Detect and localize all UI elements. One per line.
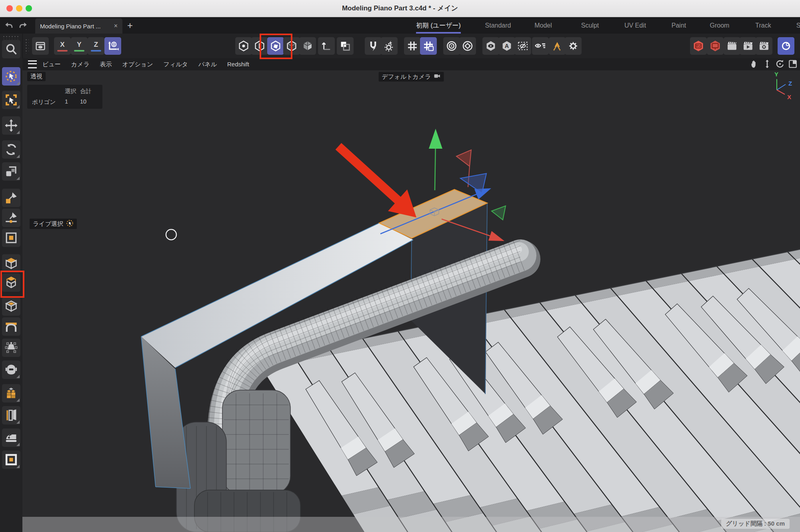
camera-label-text: デフォルトカメラ <box>382 73 431 81</box>
viewport-menu-item-2[interactable]: 表示 <box>100 61 112 68</box>
line-cut-tool-button[interactable] <box>2 209 20 227</box>
viewport-menu-item-1[interactable]: カメラ <box>71 61 90 68</box>
hidden-objects-button[interactable] <box>514 37 531 55</box>
grid-spacing-label: グリッド間隔 : 50 cm <box>721 519 790 529</box>
bridge-tool-button[interactable] <box>2 317 20 336</box>
viewport-rotate-view-button[interactable] <box>775 59 785 70</box>
points-mode-button[interactable] <box>235 37 252 55</box>
solo-a-icon: A <box>501 40 513 52</box>
lock-x-color-bar <box>57 50 68 52</box>
document-tab[interactable]: Modeling Piano Part ... × <box>35 18 122 34</box>
viewport-menu-item-4[interactable]: フィルタ <box>164 61 188 68</box>
rotate-tool-button[interactable] <box>2 140 20 159</box>
viewport-menu-item-3[interactable]: オプション <box>122 61 153 68</box>
dolly-icon <box>762 59 772 69</box>
camera-label[interactable]: デフォルトカメラ <box>379 72 444 82</box>
render-settings-button[interactable] <box>756 37 772 55</box>
layout-tab-paint[interactable]: Paint <box>672 17 686 34</box>
viewport-layout-window-button[interactable] <box>788 59 798 70</box>
svg-text:RV: RV <box>696 44 701 48</box>
layout-tab-s[interactable]: S <box>796 17 800 34</box>
viewport-dolly-button[interactable] <box>762 59 772 70</box>
redo-button[interactable] <box>17 20 29 32</box>
viewport-menu-item-0[interactable]: ビュー <box>42 61 61 68</box>
toolbar-grip[interactable] <box>25 38 29 54</box>
subdivide-icon <box>4 387 18 400</box>
iron-tool-button[interactable] <box>2 428 20 447</box>
lock-y-button[interactable]: Y <box>71 37 88 55</box>
viewport-menu-item-5[interactable]: パネル <box>198 61 217 68</box>
content-browser-button[interactable] <box>32 37 49 55</box>
workplane-button[interactable] <box>337 37 354 55</box>
rectangle-selection-tool-button[interactable] <box>2 91 20 109</box>
layout-tab--[interactable]: 初期 (ユーザー) <box>416 17 461 34</box>
document-tab-bar: Modeling Piano Part ... × + 初期 (ユーザー)Sta… <box>0 17 800 34</box>
viewport-menu-redshift[interactable]: Redshift <box>227 61 249 68</box>
bevel-tool-button[interactable] <box>2 254 20 273</box>
search-tool-button[interactable] <box>2 40 20 58</box>
subdivide-tool-button[interactable] <box>2 384 20 402</box>
lock-z-button[interactable]: Z <box>88 37 104 55</box>
team-render-button[interactable] <box>778 37 794 55</box>
filter-eye-button[interactable] <box>532 37 549 55</box>
soft-selection-tool-button[interactable] <box>2 339 20 357</box>
sidebar-grip[interactable] <box>2 35 20 39</box>
polygon-pen-tool-button[interactable] <box>2 189 20 207</box>
solo-eye-button[interactable] <box>482 37 499 55</box>
render-region-button[interactable] <box>707 37 724 55</box>
world-coordinates-button[interactable] <box>104 37 121 55</box>
object-mode-button[interactable] <box>299 37 316 55</box>
render-view-button[interactable]: RV <box>690 37 707 55</box>
layout-tab-groom[interactable]: Groom <box>710 17 730 34</box>
live-selection-tool-button[interactable] <box>2 67 20 86</box>
axis-label-y: Y <box>774 71 778 78</box>
snap-settings-button[interactable] <box>381 37 398 55</box>
window-title: Modeling Piano Part 3.c4d * - メイン <box>0 0 800 17</box>
scene-3d[interactable]: YZX <box>22 70 800 532</box>
edit-render-settings-button[interactable] <box>724 37 740 55</box>
layout-tab-track[interactable]: Track <box>755 17 771 34</box>
extrude-inner-tool-button[interactable] <box>2 297 20 316</box>
undo-icon <box>4 21 14 30</box>
layout-tab-standard[interactable]: Standard <box>485 17 511 34</box>
layout-tab-model[interactable]: Model <box>534 17 552 34</box>
view-projection-label[interactable]: 透視 <box>27 72 46 81</box>
grid-button[interactable] <box>404 37 421 55</box>
undo-button[interactable] <box>3 20 15 32</box>
solo-a-button[interactable]: A <box>498 37 515 55</box>
close-polygon-hole-tool-button[interactable] <box>2 450 20 469</box>
symmetry-tool-button[interactable] <box>2 406 20 424</box>
redo-icon <box>18 21 28 30</box>
layout-tab-sculpt[interactable]: Sculpt <box>581 17 599 34</box>
axis-label-x: X <box>787 94 791 100</box>
new-tab-button[interactable]: + <box>127 19 133 32</box>
move-tool-button[interactable] <box>2 116 20 135</box>
reset-psr-icon <box>551 40 563 52</box>
annotation-box-extrude-tool <box>0 271 24 298</box>
reset-psr-button[interactable] <box>549 37 566 55</box>
scale-tool-button[interactable] <box>2 162 20 181</box>
quantize-button[interactable] <box>420 37 437 55</box>
target-icon <box>446 40 458 52</box>
projection-button[interactable] <box>459 37 476 55</box>
close-tab-icon[interactable]: × <box>114 22 118 30</box>
snap-button[interactable] <box>365 37 382 55</box>
lock-x-label: X <box>60 40 64 49</box>
render-queue-button[interactable] <box>740 37 756 55</box>
weld-tool-button[interactable] <box>2 361 20 379</box>
viewport-canvas[interactable]: YZX 透視 デフォルトカメラ 選択 合計 ポリゴン 1 10 ライブ選択 グリ… <box>22 70 800 532</box>
filter-eye-icon <box>534 40 546 52</box>
titlebar: Modeling Piano Part 3.c4d * - メイン <box>0 0 800 17</box>
plane-cut-icon <box>4 231 18 245</box>
layout-tab-uv-edit[interactable]: UV Edit <box>624 17 646 34</box>
grid-icon <box>406 40 418 52</box>
snap-settings-icon <box>383 40 395 52</box>
viewport-settings-button[interactable] <box>565 37 582 55</box>
viewport-menu-icon[interactable] <box>28 60 37 68</box>
viewport-hand-button[interactable] <box>750 59 759 70</box>
stats-total-count: 10 <box>80 98 98 106</box>
enable-axis-button[interactable] <box>318 37 335 55</box>
plane-cut-tool-button[interactable] <box>2 229 20 247</box>
target-button[interactable] <box>443 37 460 55</box>
lock-x-button[interactable]: X <box>54 37 71 55</box>
